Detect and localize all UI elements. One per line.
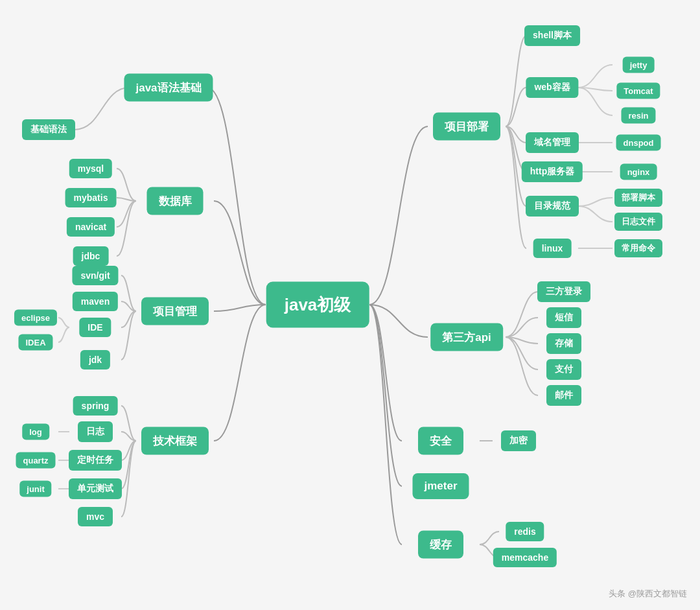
node-pm-svngit: svn/git	[72, 266, 118, 285]
node-pm-jdk: jdk	[80, 350, 110, 370]
node-db-jdbc: jdbc	[73, 246, 109, 266]
node-pd-dir: 目录规范	[526, 196, 579, 217]
node-jmeter: jmeter	[412, 473, 469, 499]
node-ide-eclipse: eclipse	[14, 310, 57, 326]
node-tf-junit: 单元测试	[69, 478, 122, 499]
node-pm-ide: IDE	[79, 318, 111, 337]
node-tf-quartz: 定时任务	[69, 450, 122, 471]
node-cache-redis: redis	[506, 522, 544, 541]
node-tf-spring: spring	[73, 396, 118, 416]
node-web-jetty: jetty	[623, 57, 655, 73]
node-project-mgmt: 项目管理	[141, 298, 209, 325]
node-sec-encrypt: 加密	[501, 430, 536, 451]
node-cache: 缓存	[418, 531, 463, 559]
node-tf-log: 日志	[78, 421, 113, 442]
node-web-tomcat: Tomcat	[616, 83, 660, 99]
node-api-pay: 支付	[546, 359, 581, 380]
node-pd-shell: shell脚本	[524, 25, 580, 46]
node-db-mybatis: mybatis	[65, 188, 117, 207]
node-db-mysql: mysql	[69, 159, 112, 178]
node-center: java初级	[266, 282, 369, 328]
mindmap-container: java初级java语法基础基础语法数据库mysqlmybatisnavicat…	[0, 0, 700, 610]
node-basics-jichufa: 基础语法	[22, 119, 75, 140]
node-ide-idea: IDEA	[18, 334, 52, 351]
node-pd-http: http服务器	[522, 161, 583, 182]
node-pd-linux: linux	[533, 239, 572, 258]
node-pd-domain: 域名管理	[526, 132, 579, 153]
node-domain-dnspod: dnspod	[616, 135, 661, 151]
node-api-storage: 存储	[546, 333, 581, 354]
node-pm-maven: maven	[73, 292, 118, 311]
watermark: 头条 @陕西文都智链	[609, 588, 687, 600]
node-api-login: 三方登录	[537, 281, 590, 302]
node-java-basics: java语法基础	[124, 74, 213, 102]
node-api-mail: 邮件	[546, 385, 581, 406]
node-junit-junit: junit	[19, 481, 51, 497]
node-api-sms: 短信	[546, 307, 581, 328]
node-tech-framework: 技术框架	[141, 427, 209, 455]
node-security: 安全	[418, 427, 463, 455]
node-dir-deploy: 部署脚本	[614, 189, 662, 207]
node-quartz-quartz: quartz	[16, 452, 56, 469]
node-database: 数据库	[147, 187, 204, 215]
node-third-party-api: 第三方api	[430, 323, 503, 351]
node-proj-deploy: 项目部署	[433, 113, 500, 141]
node-pd-web: web容器	[526, 77, 578, 98]
node-dir-log: 日志文件	[614, 213, 662, 231]
node-web-resin: resin	[621, 108, 655, 124]
node-linux-cmd: 常用命令	[614, 239, 662, 257]
node-log-log: log	[22, 424, 49, 440]
node-db-navicat: navicat	[67, 217, 115, 237]
node-cache-memcache: memcache	[493, 548, 557, 567]
node-tf-mvc: mvc	[78, 507, 113, 526]
node-http-nginx: nginx	[620, 164, 657, 180]
